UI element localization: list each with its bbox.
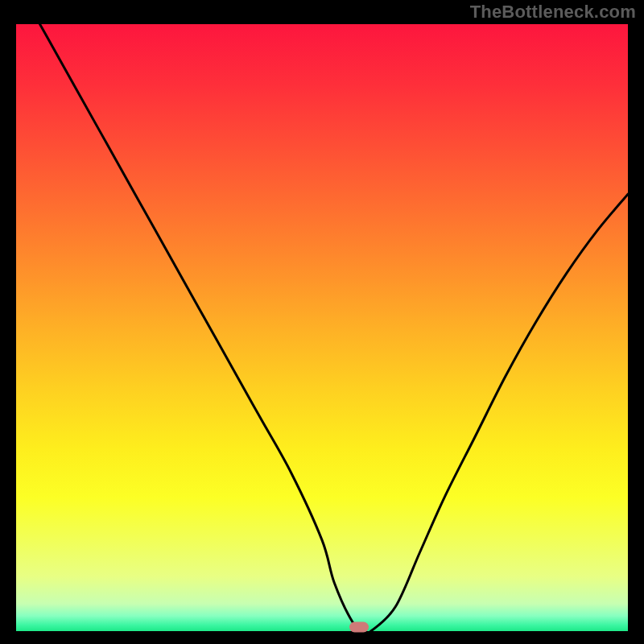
watermark-text: TheBottleneck.com: [470, 2, 636, 23]
chart-frame: TheBottleneck.com: [0, 0, 644, 644]
minimum-marker: [349, 621, 369, 632]
bottleneck-curve: [16, 24, 628, 631]
